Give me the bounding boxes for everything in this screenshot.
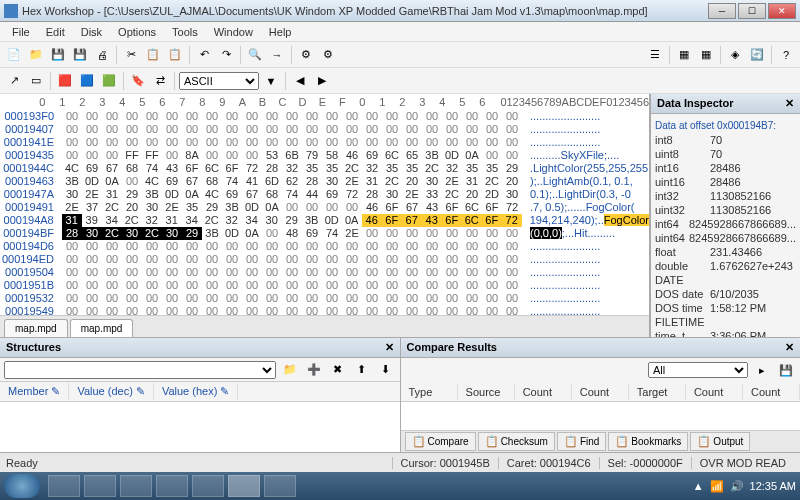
hex-editor[interactable]: 0123456789ABCDEF01234560123456789ABCDEF0… xyxy=(0,94,649,315)
struct-open-icon[interactable]: 📁 xyxy=(280,360,300,380)
panel-close-icon[interactable]: ✕ xyxy=(785,341,794,354)
find-icon[interactable]: 🔍 xyxy=(245,45,265,65)
compare-column-header[interactable]: Target xyxy=(629,384,686,400)
refresh-icon[interactable]: 🔄 xyxy=(747,45,767,65)
prev-icon[interactable]: ◀ xyxy=(290,71,310,91)
filter-apply-icon[interactable]: ▸ xyxy=(752,360,772,380)
menu-file[interactable]: File xyxy=(4,24,38,40)
encoding-select[interactable]: ASCII xyxy=(179,72,259,90)
bookmark-icon[interactable]: 🔖 xyxy=(128,71,148,91)
struct-add-icon[interactable]: ➕ xyxy=(304,360,324,380)
hex-row[interactable]: 0001950400000000000000000000000000000000… xyxy=(0,266,649,279)
compare-list[interactable] xyxy=(401,402,801,430)
arrow-icon[interactable]: ↗ xyxy=(4,71,24,91)
file-tab[interactable]: map.mpd xyxy=(70,319,134,337)
tray-flag-icon[interactable]: ▲ xyxy=(693,480,704,492)
tool-icon[interactable]: ⚙ xyxy=(296,45,316,65)
close-button[interactable]: ✕ xyxy=(768,3,796,19)
hex-row[interactable]: 0001954900000000000000000000000000000000… xyxy=(0,305,649,315)
tray-volume-icon[interactable]: 🔊 xyxy=(730,480,744,493)
color2-icon[interactable]: 🟦 xyxy=(77,71,97,91)
compare-column-header[interactable]: Count xyxy=(743,384,800,400)
file-tab[interactable]: map.mpd xyxy=(4,319,68,337)
tool2-icon[interactable]: ⚙ xyxy=(318,45,338,65)
tray-time[interactable]: 12:35 AM xyxy=(750,480,796,492)
tray-network-icon[interactable]: 📶 xyxy=(710,480,724,493)
copy-icon[interactable]: 📋 xyxy=(143,45,163,65)
panel-close-icon[interactable]: ✕ xyxy=(385,341,394,354)
goto-icon[interactable]: → xyxy=(267,45,287,65)
hex-row[interactable]: 0001951B00000000000000000000000000000000… xyxy=(0,279,649,292)
compare-column-header[interactable]: Count xyxy=(515,384,572,400)
struct-column-header[interactable]: Value (hex) ✎ xyxy=(154,383,239,400)
compare-filter-select[interactable]: All xyxy=(648,362,748,378)
menu-window[interactable]: Window xyxy=(206,24,261,40)
hex-row[interactable]: 000194BF28302C302C30293B0D0A004869742E00… xyxy=(0,227,649,240)
hex-row[interactable]: 0001944C4C69676874436F6C6F72283235352C32… xyxy=(0,162,649,175)
cut-icon[interactable]: ✂ xyxy=(121,45,141,65)
task-explorer-icon[interactable] xyxy=(84,475,116,497)
panel-close-icon[interactable]: ✕ xyxy=(785,97,794,110)
color1-icon[interactable]: 🟥 xyxy=(55,71,75,91)
hex-row[interactable]: 000194A83139342C3231342C323430293B0D0A46… xyxy=(0,214,649,227)
select-icon[interactable]: ▭ xyxy=(26,71,46,91)
compare-column-header[interactable]: Type xyxy=(401,384,458,400)
dropdown-icon[interactable]: ▼ xyxy=(261,71,281,91)
saveall-icon[interactable]: 💾 xyxy=(70,45,90,65)
task-app1-icon[interactable] xyxy=(156,475,188,497)
hex-row[interactable]: 00019435000000FFFF008A000000536B79584669… xyxy=(0,149,649,162)
hex-row[interactable]: 000194ED00000000000000000000000000000000… xyxy=(0,253,649,266)
task-media-icon[interactable] xyxy=(120,475,152,497)
struct-down-icon[interactable]: ⬇ xyxy=(376,360,396,380)
view2-icon[interactable]: ▦ xyxy=(696,45,716,65)
structure-select[interactable] xyxy=(4,361,276,379)
struct-icon[interactable]: ◈ xyxy=(725,45,745,65)
redo-icon[interactable]: ↷ xyxy=(216,45,236,65)
structures-list[interactable] xyxy=(0,402,400,452)
filter-export-icon[interactable]: 💾 xyxy=(776,360,796,380)
hex-row[interactable]: 000193F000000000000000000000000000000000… xyxy=(0,110,649,123)
menu-disk[interactable]: Disk xyxy=(73,24,110,40)
minimize-button[interactable]: ─ xyxy=(708,3,736,19)
hex-row[interactable]: 000194912E372C20302E35293B0D0A0000000046… xyxy=(0,201,649,214)
open-icon[interactable]: 📁 xyxy=(26,45,46,65)
menu-help[interactable]: Help xyxy=(261,24,300,40)
compare-column-header[interactable]: Source xyxy=(458,384,515,400)
color3-icon[interactable]: 🟩 xyxy=(99,71,119,91)
new-icon[interactable]: 📄 xyxy=(4,45,24,65)
results-tab-find[interactable]: 📋Find xyxy=(557,432,606,451)
hex-row[interactable]: 0001953200000000000000000000000000000000… xyxy=(0,292,649,305)
print-icon[interactable]: 🖨 xyxy=(92,45,112,65)
hex-row[interactable]: 0001941E00000000000000000000000000000000… xyxy=(0,136,649,149)
hex-row[interactable]: 0001940700000000000000000000000000000000… xyxy=(0,123,649,136)
paste-icon[interactable]: 📋 xyxy=(165,45,185,65)
struct-column-header[interactable]: Member ✎ xyxy=(0,383,69,400)
maximize-button[interactable]: ☐ xyxy=(738,3,766,19)
hex-row[interactable]: 000194D600000000000000000000000000000000… xyxy=(0,240,649,253)
compare-column-header[interactable]: Count xyxy=(686,384,743,400)
hex-row[interactable]: 000194633B0D0A004C69676874416D6228302E31… xyxy=(0,175,649,188)
start-button[interactable] xyxy=(4,474,40,498)
results-tab-bookmarks[interactable]: 📋Bookmarks xyxy=(608,432,688,451)
view-icon[interactable]: ▦ xyxy=(674,45,694,65)
help-icon[interactable]: ? xyxy=(776,45,796,65)
save-icon[interactable]: 💾 xyxy=(48,45,68,65)
compare-column-header[interactable]: Count xyxy=(572,384,629,400)
results-tab-compare[interactable]: 📋Compare xyxy=(405,432,476,451)
menu-edit[interactable]: Edit xyxy=(38,24,73,40)
task-app3-icon[interactable] xyxy=(264,475,296,497)
struct-up-icon[interactable]: ⬆ xyxy=(352,360,372,380)
task-hexworkshop-icon[interactable] xyxy=(228,475,260,497)
struct-column-header[interactable]: Value (dec) ✎ xyxy=(69,383,154,400)
struct-del-icon[interactable]: ✖ xyxy=(328,360,348,380)
results-tab-checksum[interactable]: 📋Checksum xyxy=(478,432,555,451)
hex-row[interactable]: 0001947A302E31293B0D0A4C6967687444697228… xyxy=(0,188,649,201)
task-ie-icon[interactable] xyxy=(48,475,80,497)
compare-icon[interactable]: ☰ xyxy=(645,45,665,65)
nav-icon[interactable]: ⇄ xyxy=(150,71,170,91)
results-tab-output[interactable]: 📋Output xyxy=(690,432,750,451)
undo-icon[interactable]: ↶ xyxy=(194,45,214,65)
menu-options[interactable]: Options xyxy=(110,24,164,40)
next-icon[interactable]: ▶ xyxy=(312,71,332,91)
task-app2-icon[interactable] xyxy=(192,475,224,497)
